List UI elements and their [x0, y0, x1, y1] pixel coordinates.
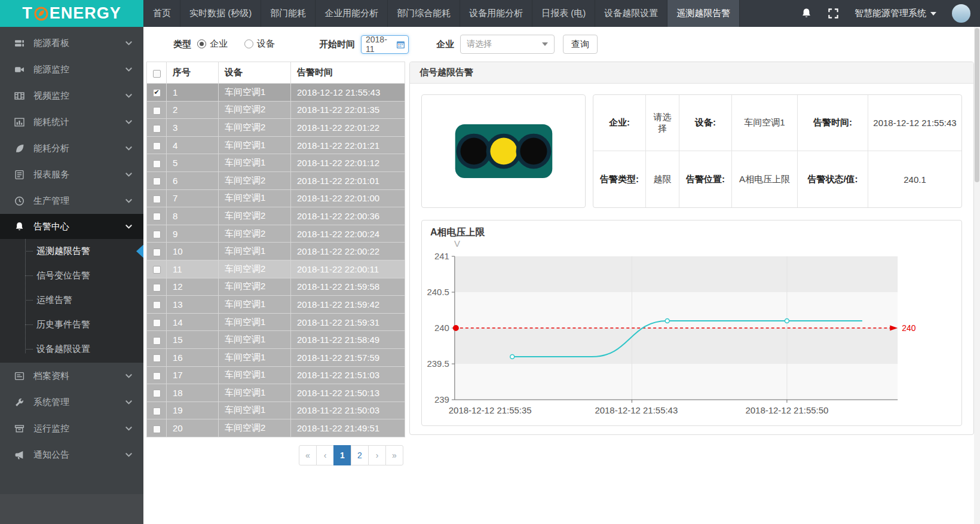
scrollbar-thumb[interactable]	[975, 28, 979, 182]
table-row[interactable]: 16车间空调12018-11-22 21:57:59	[147, 348, 405, 366]
card-icon	[14, 371, 24, 381]
page-prev-button[interactable]: ‹	[316, 445, 334, 465]
table-row[interactable]: 8车间空调22018-11-22 22:00:36	[147, 207, 405, 225]
table-row[interactable]: 19车间空调12018-11-22 21:50:03	[147, 402, 405, 419]
sidebar-item-11[interactable]: 通知公告	[0, 442, 143, 468]
sidebar-item-0[interactable]: 能源看板	[0, 30, 143, 56]
row-checkbox[interactable]	[153, 266, 161, 274]
row-checkbox[interactable]	[153, 160, 161, 168]
type-radio-1[interactable]: 设备	[244, 38, 275, 50]
sidebar-item-3[interactable]: 能耗统计	[0, 109, 143, 135]
row-checkbox[interactable]	[153, 337, 161, 345]
fullscreen-icon[interactable]	[828, 8, 839, 19]
page-2-button[interactable]: 2	[351, 445, 369, 465]
table-row[interactable]: 3车间空调22018-11-22 22:01:22	[147, 119, 405, 137]
sidebar-subitem-7-4[interactable]: 设备越限设置	[0, 337, 143, 361]
row-checkbox[interactable]	[153, 354, 161, 362]
query-button[interactable]: 查询	[563, 35, 598, 54]
table-row[interactable]: 2车间空调22018-11-22 22:01:35	[147, 101, 405, 119]
sidebar-item-label: 能源监控	[33, 64, 69, 75]
table-row[interactable]: 15车间空调12018-11-22 21:58:49	[147, 331, 405, 349]
table-row[interactable]: 20车间空调22018-11-22 21:49:51	[147, 419, 405, 437]
sidebar-item-5[interactable]: 报表服务	[0, 161, 143, 188]
table-row[interactable]: 17车间空调12018-11-22 21:51:03	[147, 366, 405, 384]
nav-item-5[interactable]: 设备用能分析	[460, 0, 532, 27]
table-row[interactable]: 6车间空调22018-11-22 22:01:01	[147, 171, 405, 189]
chevron-down-icon	[125, 223, 133, 231]
table-row[interactable]: 18车间空调12018-11-22 21:50:13	[147, 384, 405, 402]
row-checkbox[interactable]	[153, 231, 161, 238]
enterprise-select[interactable]: 请选择	[460, 35, 555, 54]
nav-item-4[interactable]: 部门综合能耗	[388, 0, 460, 27]
sidebar-subitem-7-1[interactable]: 信号变位告警	[0, 263, 143, 288]
row-checkbox[interactable]	[153, 213, 161, 220]
row-no: 18	[167, 384, 219, 402]
row-checkbox[interactable]	[153, 195, 161, 203]
calendar-icon	[396, 40, 405, 49]
sidebar-item-8[interactable]: 档案资料	[0, 363, 143, 389]
row-checkbox[interactable]	[153, 319, 161, 327]
row-checkbox[interactable]	[153, 177, 161, 185]
table-row[interactable]: 12车间空调22018-11-22 21:59:58	[147, 278, 405, 296]
page-next-button[interactable]: ›	[368, 445, 386, 465]
scrollbar[interactable]	[974, 27, 980, 524]
table-row[interactable]: 14车间空调12018-11-22 21:59:31	[147, 313, 405, 331]
sidebar-item-6[interactable]: 生产管理	[0, 188, 143, 214]
nav-item-7[interactable]: 设备越限设置	[595, 0, 667, 27]
sidebar-item-9[interactable]: 系统管理	[0, 389, 143, 415]
row-time: 2018-11-22 22:00:22	[291, 243, 405, 261]
row-checkbox[interactable]	[153, 301, 161, 309]
sidebar-item-label: 能源看板	[33, 38, 69, 49]
row-checkbox-cell	[147, 366, 167, 384]
row-checkbox[interactable]	[153, 372, 161, 380]
nav-item-6[interactable]: 日报表 (电)	[532, 0, 595, 27]
avatar[interactable]	[952, 4, 970, 23]
table-row[interactable]: 9车间空调22018-11-22 22:00:24	[147, 225, 405, 243]
sidebar-subitem-7-2[interactable]: 运维告警	[0, 288, 143, 312]
row-checkbox[interactable]	[153, 249, 161, 256]
table-row[interactable]: 11车间空调22018-11-22 22:00:11	[147, 260, 405, 278]
row-checkbox[interactable]	[153, 425, 161, 433]
select-all-checkbox[interactable]	[153, 70, 161, 78]
system-menu[interactable]: 智慧能源管理系统	[855, 8, 936, 19]
sidebar-item-1[interactable]: 能源监控	[0, 56, 143, 82]
nav-item-8[interactable]: 遥测越限告警	[667, 0, 740, 27]
row-checkbox[interactable]	[153, 125, 161, 133]
sidebar-item-10[interactable]: 运行监控	[0, 415, 143, 442]
table-row[interactable]: 10车间空调12018-11-22 22:00:22	[147, 243, 405, 261]
row-time: 2018-11-22 22:00:24	[291, 225, 405, 243]
sidebar-subitem-7-0[interactable]: 遥测越限告警	[0, 239, 143, 263]
wrench-icon	[14, 397, 24, 407]
info-value-4: A相电压上限	[732, 151, 798, 207]
table-row[interactable]: 5车间空调12018-11-22 22:01:12	[147, 154, 405, 172]
table-row[interactable]: 4车间空调12018-11-22 22:01:21	[147, 136, 405, 154]
row-checkbox[interactable]	[153, 142, 161, 150]
row-checkbox[interactable]	[153, 284, 161, 292]
sidebar-item-7[interactable]: 告警中心	[0, 214, 143, 239]
nav-item-0[interactable]: 首页	[143, 0, 180, 27]
type-radio-0[interactable]: 企业	[197, 38, 228, 50]
nav-item-1[interactable]: 实时数据 (秒级)	[180, 0, 261, 27]
sidebar-item-4[interactable]: 能耗分析	[0, 135, 143, 161]
row-checkbox[interactable]	[153, 107, 161, 115]
start-time-input[interactable]: 2018-11	[361, 35, 409, 54]
leaf-icon	[14, 143, 24, 154]
row-time: 2018-11-22 21:59:58	[291, 278, 405, 296]
info-label-5: 告警状态/值:	[798, 151, 868, 207]
table-row[interactable]: 7车间空调12018-11-22 22:01:00	[147, 189, 405, 207]
chevron-down-icon	[125, 145, 133, 152]
page-first-button[interactable]: «	[299, 445, 317, 465]
page-1-button[interactable]: 1	[333, 445, 351, 465]
nav-item-2[interactable]: 部门能耗	[261, 0, 316, 27]
row-checkbox[interactable]	[153, 89, 161, 97]
table-row[interactable]: 1车间空调12018-12-12 21:55:43	[147, 84, 405, 102]
svg-text:239.5: 239.5	[427, 358, 449, 369]
sidebar-item-2[interactable]: 视频监控	[0, 82, 143, 109]
sidebar-subitem-7-3[interactable]: 历史事件告警	[0, 312, 143, 337]
table-row[interactable]: 13车间空调12018-11-22 21:59:42	[147, 296, 405, 314]
nav-item-3[interactable]: 企业用能分析	[316, 0, 388, 27]
page-last-button[interactable]: »	[385, 445, 403, 465]
bell-icon[interactable]	[801, 8, 812, 19]
row-checkbox[interactable]	[153, 407, 161, 415]
row-checkbox[interactable]	[153, 390, 161, 397]
